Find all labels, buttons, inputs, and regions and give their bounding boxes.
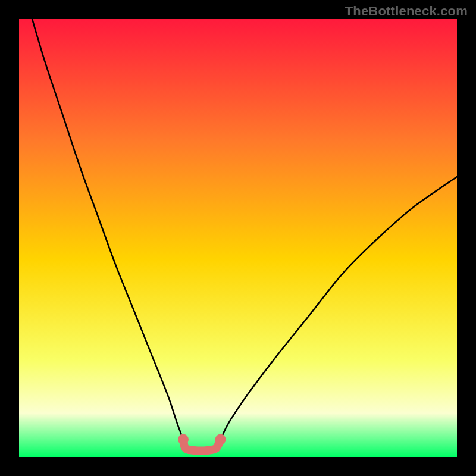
chart-svg [19,19,457,457]
plot-area [19,19,457,457]
watermark-text: TheBottleneck.com [345,4,468,19]
gradient-background [19,19,457,457]
accent-dot-right [215,434,226,445]
accent-dot-left [178,434,189,445]
chart-frame: TheBottleneck.com [0,0,476,476]
